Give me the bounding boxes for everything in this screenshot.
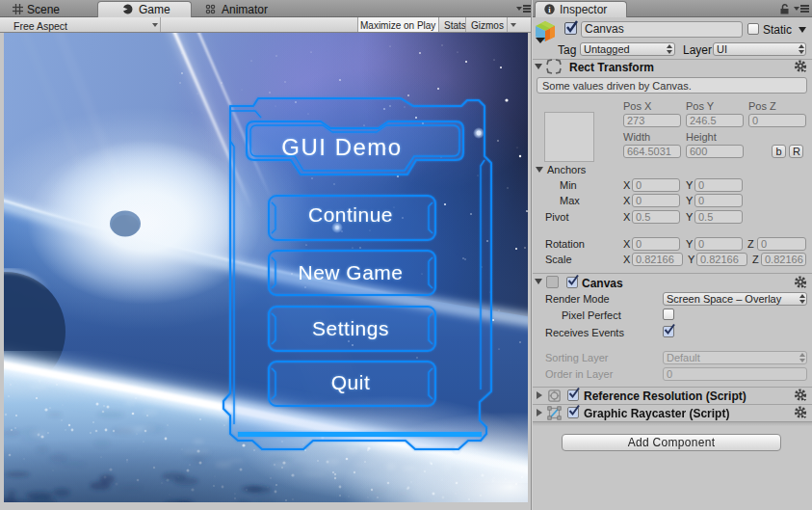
svg-text:Continue: Continue [308, 203, 393, 226]
svg-text:GUI Demo: GUI Demo [281, 134, 402, 160]
svg-text:New Game: New Game [298, 261, 403, 283]
svg-text:Quit: Quit [331, 371, 371, 393]
svg-text:Settings: Settings [312, 317, 389, 339]
